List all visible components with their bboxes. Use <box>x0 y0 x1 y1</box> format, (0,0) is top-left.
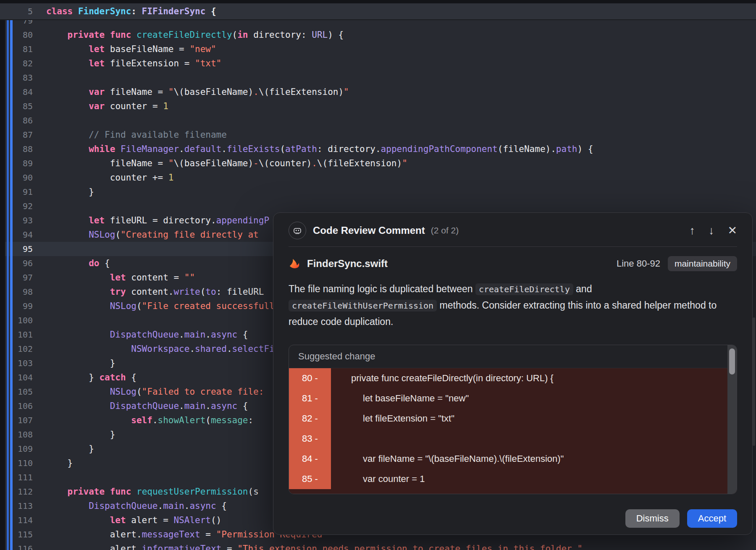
header-divider <box>289 246 737 247</box>
code-line[interactable]: 80 private func createFileDirectly(in di… <box>0 28 756 42</box>
change-indicator-bar <box>10 19 13 550</box>
previous-comment-button[interactable]: ↑ <box>689 224 695 237</box>
line-number: 5 <box>0 6 33 16</box>
code-text: } <box>33 427 115 442</box>
dialog-header: Code Review Comment (2 of 2) ↑ ↓ ✕ <box>289 220 737 241</box>
diff-line-text: var counter = 1 <box>331 469 425 489</box>
suggested-change-label: Suggested change <box>289 345 737 368</box>
dismiss-button[interactable]: Dismiss <box>625 509 680 528</box>
code-line[interactable]: 116 alert.informativeText = "This extens… <box>0 542 756 550</box>
suggested-change-panel: Suggested change 80 -private func create… <box>289 345 737 494</box>
category-badge: maintainability <box>668 256 737 271</box>
diff-deleted-line: 85 -var counter = 1 <box>289 469 737 489</box>
code-line[interactable]: 88 while FileManager.default.fileExists(… <box>0 142 756 156</box>
code-text: private func createFileDirectly(in direc… <box>33 28 344 42</box>
diff-deleted-line: 83 - <box>289 429 737 449</box>
review-comment-text: The file naming logic is duplicated betw… <box>289 281 737 330</box>
diff-line-number: 83 - <box>289 429 331 449</box>
diff-line-text: let fileExtension = "txt" <box>331 409 454 429</box>
code-text: fileName = "\(baseFileName)-\(counter).\… <box>33 156 407 170</box>
diff-deleted-line: 84 -var fileName = "\(baseFileName).\(fi… <box>289 449 737 469</box>
code-text: private func requestUserPermission(s <box>33 485 259 499</box>
swift-logo-icon <box>289 257 301 270</box>
diff-scrollbar-thumb[interactable] <box>729 348 735 375</box>
code-text: let alert = NSAlert() <box>33 513 221 527</box>
code-line[interactable]: 87 // Find available filename <box>0 128 756 142</box>
dialog-title: Code Review Comment <box>313 225 425 236</box>
code-text: self.showAlert(message: <box>33 413 259 427</box>
diff-line-text: var fileName = "\(baseFileName).\(fileEx… <box>331 449 564 469</box>
line-range: Line 80-92 <box>617 258 660 269</box>
sticky-scope-header[interactable]: 5 class FinderSync: FIFinderSync { <box>0 3 756 20</box>
diff-line-number: 85 - <box>289 469 331 489</box>
code-line[interactable]: 85 var counter = 1 <box>0 99 756 113</box>
code-line[interactable]: 86 <box>0 113 756 128</box>
code-line[interactable]: 82 let fileExtension = "txt" <box>0 56 756 71</box>
diff-deleted-line: 81 -let baseFileName = "new" <box>289 388 737 409</box>
editor-scrollbar-thumb[interactable] <box>753 317 755 446</box>
code-text: NSLog("Failed to create file: <box>33 385 269 399</box>
file-name: FinderSync.swift <box>307 258 388 270</box>
code-text: } <box>33 456 73 470</box>
code-text: DispatchQueue.main.async { <box>33 327 248 342</box>
code-text: NSLog("Creating file directly at <box>33 228 264 242</box>
code-line[interactable]: 84 var fileName = "\(baseFileName).\(fil… <box>0 85 756 99</box>
editor-left-margin <box>0 0 5 550</box>
change-indicator-bar <box>7 19 9 550</box>
inline-code: createFileWithUserPermission <box>289 300 437 312</box>
code-text: DispatchQueue.main.async { <box>33 399 248 413</box>
code-line[interactable]: 91 } <box>0 185 756 199</box>
diff-line-text <box>331 429 339 449</box>
code-text: let fileURL = directory.appendingP <box>33 213 269 228</box>
code-line[interactable]: 90 counter += 1 <box>0 170 756 185</box>
next-comment-button[interactable]: ↓ <box>709 224 714 237</box>
file-row: FinderSync.swift Line 80-92 maintainabil… <box>289 254 737 273</box>
code-text: do { <box>33 256 110 270</box>
code-text: // Find available filename <box>33 128 227 142</box>
diff-line-number: 80 - <box>289 368 331 388</box>
review-bot-icon <box>289 222 306 239</box>
code-text: let fileExtension = "txt" <box>33 56 221 71</box>
diff-line-number: 81 - <box>289 388 331 409</box>
code-text: var fileName = "\(baseFileName).\(fileEx… <box>33 85 349 99</box>
window-top-strip <box>0 0 756 3</box>
code-text: let content = "" <box>33 270 195 285</box>
code-text: alert.informativeText = "This extension … <box>33 542 583 550</box>
accept-button[interactable]: Accept <box>687 509 737 528</box>
inline-code: createFileDirectly <box>475 283 573 295</box>
diff-line-number: 84 - <box>289 449 331 469</box>
code-text: let baseFileName = "new" <box>33 42 216 56</box>
code-line[interactable]: 81 let baseFileName = "new" <box>0 42 756 56</box>
diff-line-text: let baseFileName = "new" <box>331 388 469 409</box>
editor-window: 7980 private func createFileDirectly(in … <box>0 0 756 550</box>
code-text: } <box>33 185 94 199</box>
sticky-code: class FinderSync: FIFinderSync { <box>33 4 216 18</box>
code-line[interactable]: 92 <box>0 199 756 213</box>
code-text: while FileManager.default.fileExists(atP… <box>33 142 593 156</box>
diff-line-number: 82 - <box>289 409 331 429</box>
code-line[interactable]: 89 fileName = "\(baseFileName)-\(counter… <box>0 156 756 170</box>
comment-counter: (2 of 2) <box>431 225 459 236</box>
code-text: } catch { <box>33 370 136 385</box>
code-text: counter += 1 <box>33 170 173 185</box>
code-text: } <box>33 442 94 456</box>
code-review-dialog: Code Review Comment (2 of 2) ↑ ↓ ✕ Finde… <box>273 212 753 535</box>
code-text: var counter = 1 <box>33 99 168 113</box>
code-text: DispatchQueue.main.async { <box>33 499 227 513</box>
code-text: NSWorkspace.shared.selectFil <box>33 342 280 356</box>
code-text: NSLog("File created successfull <box>33 299 275 313</box>
diff-deleted-line: 82 -let fileExtension = "txt" <box>289 409 737 429</box>
diff-view: 80 -private func createFileDirectly(in d… <box>289 368 737 494</box>
code-line[interactable]: 83 <box>0 71 756 85</box>
code-text: try content.write(to: fileURL <box>33 285 264 299</box>
close-icon[interactable]: ✕ <box>727 224 737 237</box>
diff-line-text: private func createFileDirectly(in direc… <box>331 368 554 388</box>
code-text: } <box>33 356 115 370</box>
diff-deleted-line: 80 -private func createFileDirectly(in d… <box>289 368 737 388</box>
